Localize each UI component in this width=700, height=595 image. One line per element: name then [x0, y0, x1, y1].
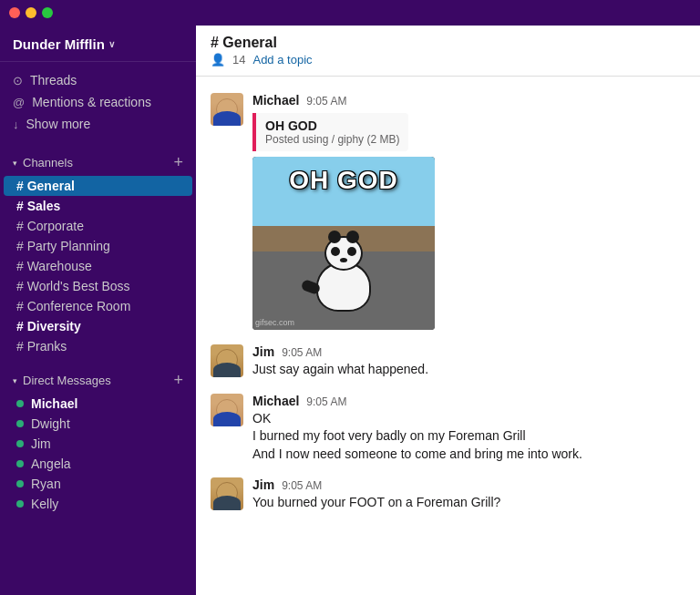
message-body-1: Michael 9:05 AM OH GOD Posted using / gi… [252, 93, 685, 330]
threads-label: Threads [30, 73, 77, 87]
show-more-label: Show more [26, 117, 91, 131]
channel-general-label: # General [16, 179, 75, 193]
channel-worlds-best-boss-label: # World's Best Boss [16, 279, 130, 293]
message-body-2: Jim 9:05 AM Just say again what happened… [252, 344, 685, 379]
dm-online-dot-michael [16, 400, 24, 407]
workspace-header: Dunder Mifflin ∨ [0, 26, 196, 62]
dm-section: ▾ Direct Messages + Michael Dwight Jim A… [0, 360, 196, 518]
channels-section-header[interactable]: ▾ Channels + [0, 149, 196, 176]
sidebar-nav-show-more[interactable]: ↓ Show more [0, 113, 196, 135]
giphy-card: OH GOD Posted using / giphy (2 MB) [252, 113, 408, 151]
mentions-label: Mentions & reactions [32, 95, 151, 109]
dm-label-dwight: Dwight [31, 416, 70, 431]
panda-graphic [316, 262, 371, 312]
channels-collapse-icon: ▾ [13, 159, 17, 168]
panda-ear-right [346, 231, 359, 243]
channel-item-warehouse[interactable]: # Warehouse [4, 256, 192, 276]
channel-item-pranks[interactable]: # Pranks [4, 336, 192, 356]
dm-section-left: ▾ Direct Messages [13, 374, 111, 387]
members-icon: 👤 [211, 53, 225, 67]
dm-item-michael[interactable]: Michael [4, 394, 192, 414]
show-more-icon: ↓ [13, 118, 19, 131]
giphy-meta: Posted using / giphy (2 MB) [265, 133, 399, 146]
oh-god-text: OH GOD [289, 166, 398, 195]
giphy-watermark: gifsec.com [255, 318, 294, 327]
dm-section-label: Direct Messages [23, 374, 111, 387]
channel-item-worlds-best-boss[interactable]: # World's Best Boss [4, 276, 192, 296]
giphy-title: OH GOD [265, 118, 399, 133]
channel-item-conference-room[interactable]: # Conference Room [4, 296, 192, 316]
message-header-1: Michael 9:05 AM [252, 93, 685, 108]
dm-online-dot-jim [16, 440, 24, 447]
message-author-2: Jim [252, 344, 274, 359]
avatar-jim-2 [211, 477, 243, 510]
dm-section-header[interactable]: ▾ Direct Messages + [0, 367, 196, 394]
channel-diversity-label: # Diversity [16, 319, 81, 333]
channel-item-sales[interactable]: # Sales [4, 196, 192, 216]
add-topic-link[interactable]: Add a topic [252, 53, 312, 67]
channels-section-left: ▾ Channels [13, 156, 73, 169]
channel-warehouse-label: # Warehouse [16, 259, 92, 273]
minimize-button[interactable] [26, 7, 36, 18]
dm-collapse-icon: ▾ [13, 376, 17, 385]
sidebar-nav-mentions[interactable]: @ Mentions & reactions [0, 91, 196, 113]
message-body-4: Jim 9:05 AM You burned your FOOT on a Fo… [252, 477, 685, 512]
panda-head [324, 236, 363, 271]
sidebar-nav-threads[interactable]: ⊙ Threads [0, 69, 196, 91]
add-dm-button[interactable]: + [173, 371, 183, 390]
dm-item-kelly[interactable]: Kelly [4, 494, 192, 514]
workspace-chevron-icon: ∨ [108, 39, 115, 49]
message-header-3: Michael 9:05 AM [252, 394, 685, 408]
channel-party-planning-label: # Party Planning [16, 239, 110, 253]
avatar-michael-2 [211, 394, 243, 426]
message-author-4: Jim [252, 477, 274, 492]
message-time-1: 9:05 AM [306, 95, 346, 108]
channel-sales-label: # Sales [16, 199, 60, 213]
message-text-4: You burned your FOOT on a Foreman Grill? [252, 494, 685, 512]
workspace-name[interactable]: Dunder Mifflin ∨ [13, 36, 183, 52]
panda-body [316, 262, 371, 312]
titlebar [0, 0, 700, 26]
dm-item-jim[interactable]: Jim [4, 434, 192, 454]
message-author-3: Michael [252, 394, 299, 408]
workspace-name-label: Dunder Mifflin [13, 36, 105, 52]
close-button[interactable] [9, 7, 20, 18]
messages-area: Michael 9:05 AM OH GOD Posted using / gi… [196, 77, 700, 595]
channel-conference-room-label: # Conference Room [16, 299, 130, 313]
channels-section-label: Channels [23, 156, 73, 169]
message-2: Jim 9:05 AM Just say again what happened… [211, 339, 685, 385]
channel-meta: 👤 14 Add a topic [211, 53, 685, 67]
message-text-3: OK I burned my foot very badly on my For… [252, 410, 685, 464]
giphy-image: OH GOD [252, 157, 435, 330]
avatar-jim-1 [211, 344, 243, 377]
threads-icon: ⊙ [13, 74, 23, 87]
maximize-button[interactable] [42, 7, 53, 18]
dm-label-jim: Jim [31, 436, 51, 451]
dm-label-kelly: Kelly [31, 497, 58, 511]
channel-item-diversity[interactable]: # Diversity [4, 316, 192, 336]
giphy-image-inner: OH GOD [252, 157, 435, 330]
panda-ear-left [328, 231, 341, 243]
dm-item-dwight[interactable]: Dwight [4, 414, 192, 434]
channel-pranks-label: # Pranks [16, 339, 67, 354]
message-header-4: Jim 9:05 AM [252, 477, 685, 492]
dm-label-michael: Michael [31, 396, 77, 411]
app-body: Dunder Mifflin ∨ ⊙ Threads @ Mentions & … [0, 26, 700, 595]
dm-item-ryan[interactable]: Ryan [4, 474, 192, 494]
add-channel-button[interactable]: + [173, 153, 183, 172]
message-3: Michael 9:05 AM OK I burned my foot very… [211, 388, 685, 469]
dm-online-dot-dwight [16, 420, 24, 427]
channel-item-corporate[interactable]: # Corporate [4, 216, 192, 236]
message-time-3: 9:05 AM [306, 395, 346, 408]
panda-eye-right [347, 247, 356, 256]
channel-corporate-label: # Corporate [16, 219, 84, 233]
sidebar-nav: ⊙ Threads @ Mentions & reactions ↓ Show … [0, 62, 196, 142]
channel-item-party-planning[interactable]: # Party Planning [4, 236, 192, 256]
message-4: Jim 9:05 AM You burned your FOOT on a Fo… [211, 472, 685, 518]
channel-title: # General [211, 35, 685, 51]
members-count: 14 [232, 53, 245, 67]
message-author-1: Michael [252, 93, 299, 108]
message-header-2: Jim 9:05 AM [252, 344, 685, 359]
channel-item-general[interactable]: # General [4, 176, 192, 196]
dm-item-angela[interactable]: Angela [4, 454, 192, 474]
